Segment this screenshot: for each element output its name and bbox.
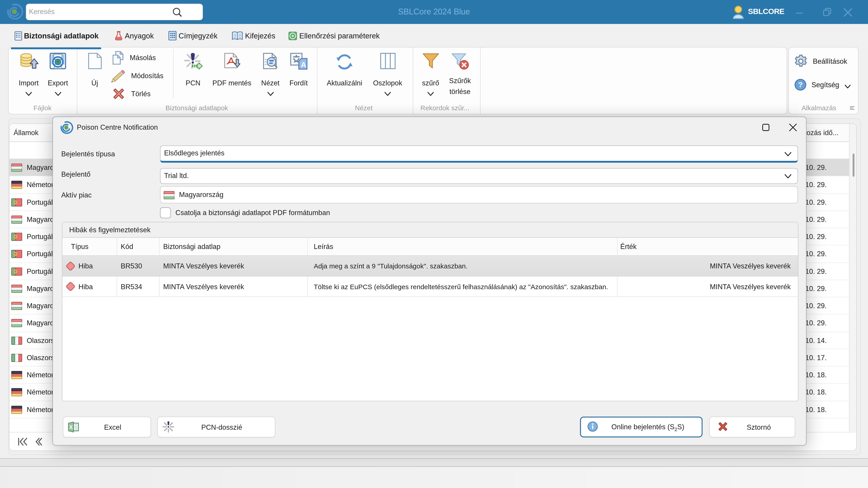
svg-text:A: A bbox=[301, 60, 306, 69]
svg-text:?: ? bbox=[798, 80, 803, 89]
